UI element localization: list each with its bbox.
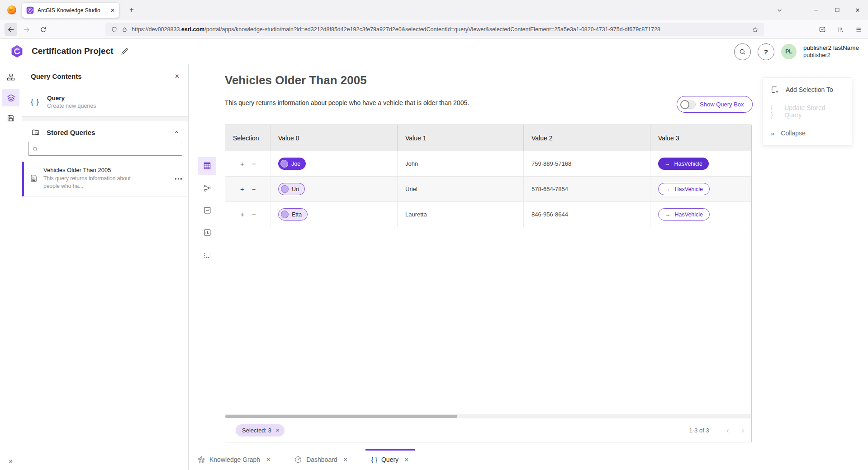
column-header: Value 2 [524, 125, 650, 151]
entity-dot-icon [281, 211, 289, 218]
line-chart-icon[interactable] [198, 201, 216, 219]
add-to-selection-icon[interactable]: + [240, 211, 244, 218]
relationship-pill[interactable]: →HasVehicle [658, 183, 710, 195]
entity-pill[interactable]: Etta [278, 208, 308, 221]
window-close-button[interactable]: ✕ [851, 0, 864, 20]
back-button[interactable] [5, 23, 17, 36]
pocket-icon[interactable] [816, 23, 829, 36]
tab-list-chevron-icon[interactable] [773, 0, 786, 20]
bookmark-star-icon[interactable] [752, 26, 759, 33]
user-avatar[interactable]: PL [781, 44, 797, 59]
link-chart-icon[interactable] [198, 179, 216, 197]
lock-icon[interactable] [122, 26, 128, 33]
query-item-title: Query [47, 95, 96, 101]
horizontal-scrollbar[interactable] [225, 414, 751, 418]
stored-queries-search-input[interactable] [42, 145, 178, 152]
close-tab-icon[interactable]: ✕ [266, 457, 270, 462]
add-to-selection-icon[interactable]: + [240, 160, 244, 167]
help-button[interactable]: ? [758, 43, 774, 60]
previous-page-icon[interactable]: ‹ [726, 427, 729, 434]
table-view-icon[interactable] [198, 157, 216, 175]
show-query-box-label: Show Query Box [700, 101, 744, 108]
tab-dashboard[interactable]: Dashboard ✕ [288, 449, 354, 470]
navbar-right-icons [816, 23, 865, 36]
collapse-section-chevron-icon[interactable] [174, 129, 180, 135]
close-tab-icon[interactable]: ✕ [343, 457, 348, 462]
edit-project-title-icon[interactable] [120, 47, 129, 56]
expand-rail-icon[interactable]: » [0, 457, 22, 465]
user-info[interactable]: publisher2 lastName publisher2 [803, 44, 859, 59]
main-column: Vehicles Older Than 2005 This query retu… [189, 64, 868, 470]
braces-icon: { } [371, 456, 377, 463]
knowledge-graph-icon [197, 456, 205, 464]
forward-button[interactable] [20, 23, 33, 36]
hamburger-menu-icon[interactable] [852, 23, 865, 36]
relationship-pill[interactable]: →HasVehicle [658, 208, 710, 221]
tab-query[interactable]: { } Query ✕ [365, 449, 415, 470]
result-view-toolbar [198, 157, 216, 264]
query-contents-panel: Query Contents ✕ { } Query Create new qu… [22, 64, 189, 470]
bar-chart-icon[interactable] [198, 223, 216, 241]
firefox-icon[interactable] [6, 5, 17, 15]
dashboard-gauge-icon [294, 456, 302, 464]
tab-label: Query [381, 456, 398, 463]
scrollbar-thumb[interactable] [225, 415, 457, 418]
project-title: Certification Project [32, 46, 114, 56]
stored-query-item[interactable]: Vehicles Older Than 2005 This query retu… [22, 162, 188, 197]
table-row[interactable]: + − Joe John 759-889-57168 →HasVehicle [225, 151, 751, 177]
query-item-subtitle: Create new queries [47, 103, 96, 109]
app-favicon-icon [26, 6, 34, 14]
entity-pill[interactable]: Uri [278, 183, 305, 195]
panel-header: Query Contents ✕ [22, 64, 188, 88]
braces-icon: { } [31, 97, 39, 106]
window-minimize-button[interactable] [809, 0, 823, 20]
table-row[interactable]: + − Etta Lauretta 846-956-8644 →HasVehic… [225, 202, 751, 227]
selection-box-icon[interactable] [198, 245, 216, 264]
panel-close-icon[interactable]: ✕ [175, 73, 180, 79]
tab-label: Knowledge Graph [209, 456, 260, 463]
layers-icon[interactable] [2, 89, 19, 106]
remove-from-selection-icon[interactable]: − [252, 160, 256, 167]
new-query-item[interactable]: { } Query Create new queries [22, 88, 188, 117]
project-hierarchy-icon[interactable] [2, 69, 19, 86]
table-empty-area [225, 227, 751, 414]
stored-queries-searchbox[interactable] [28, 142, 182, 156]
remove-from-selection-icon[interactable]: − [252, 211, 256, 218]
arrow-right-icon: → [665, 186, 671, 192]
stored-query-options-icon[interactable] [175, 178, 182, 180]
add-to-selection-icon[interactable]: + [240, 186, 244, 192]
tab-close-icon[interactable]: ✕ [110, 8, 115, 13]
show-query-box-toggle[interactable]: Show Query Box [677, 96, 753, 113]
user-role: publisher2 [803, 52, 859, 59]
arrow-right-icon: → [664, 161, 670, 167]
new-tab-button[interactable]: + [126, 4, 138, 16]
entity-pill[interactable]: Joe [278, 158, 306, 170]
knowledge-studio-logo-icon [10, 44, 24, 58]
close-tab-icon[interactable]: ✕ [404, 457, 409, 462]
next-page-icon[interactable]: › [741, 427, 744, 434]
stored-queries-header[interactable]: Stored Queries [22, 121, 188, 142]
remove-from-selection-icon[interactable]: − [252, 186, 256, 192]
search-icon [32, 146, 38, 152]
selected-count-chip[interactable]: Selected: 3 ✕ [236, 424, 285, 436]
reload-button[interactable] [37, 23, 49, 36]
app-body: » Query Contents ✕ { } Query Create new … [0, 64, 868, 470]
relationship-pill[interactable]: →HasVehicle [658, 158, 709, 170]
browser-tab[interactable]: ArcGIS Knowledge Studio ✕ [22, 3, 119, 18]
menu-item-add-selection-to[interactable]: Add Selection To [763, 79, 852, 101]
page-description: This query returns information about peo… [225, 99, 469, 106]
toggle-switch[interactable] [680, 101, 696, 109]
tracking-shield-icon[interactable] [111, 26, 118, 33]
app-header: Certification Project ? PL publisher2 la… [0, 39, 868, 64]
library-icon[interactable] [834, 23, 847, 36]
window-maximize-button[interactable] [830, 0, 844, 20]
search-button[interactable] [734, 43, 751, 60]
save-icon[interactable] [2, 110, 19, 127]
table-row[interactable]: + − Uri Uriel 578-654-7854 →HasVehicle [225, 177, 751, 202]
url-bar[interactable]: https://dev0028833.esri.com/portal/apps/… [105, 23, 764, 36]
menu-item-collapse[interactable]: » Collapse [763, 122, 852, 144]
left-icon-rail: » [0, 64, 22, 470]
clear-selection-icon[interactable]: ✕ [275, 428, 280, 433]
tab-knowledge-graph[interactable]: Knowledge Graph ✕ [191, 449, 276, 470]
column-header: Value 1 [398, 125, 524, 151]
